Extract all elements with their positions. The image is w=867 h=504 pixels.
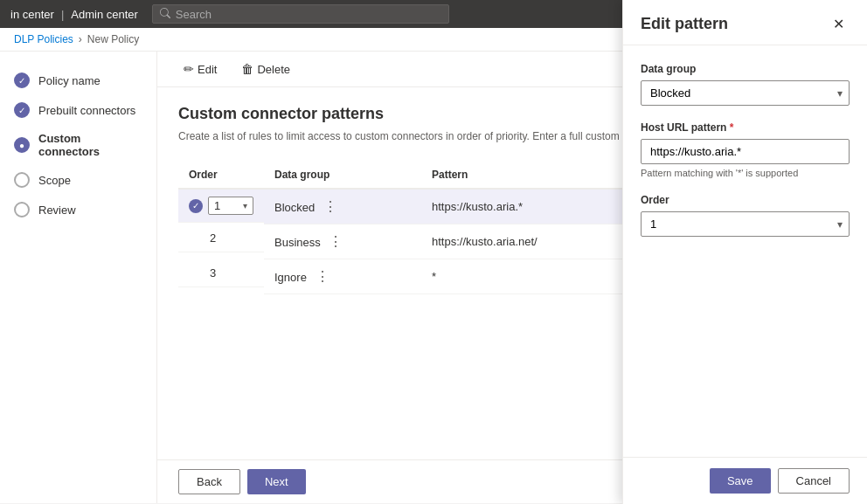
row-more-button[interactable]: ⋮ [310, 266, 335, 287]
host-url-hint: Pattern matching with '*' is supported [641, 168, 850, 178]
host-url-field: Host URL pattern * Pattern matching with… [641, 121, 850, 178]
required-indicator: * [730, 121, 734, 134]
order-label: Order [641, 194, 850, 206]
sidebar-icon-review [14, 202, 30, 217]
cancel-button[interactable]: Cancel [778, 468, 850, 494]
search-input[interactable] [176, 8, 441, 21]
data-group-select-wrapper: Blocked Business Ignore ▾ [641, 80, 850, 106]
row-order: 3 [210, 266, 216, 280]
col-order: Order [178, 162, 264, 189]
row-check-cell: 3 [178, 259, 264, 287]
panel-title: Edit pattern [641, 15, 728, 33]
host-url-label: Host URL pattern * [641, 121, 850, 134]
section-label: Admin center [71, 8, 138, 21]
search-icon [160, 8, 170, 21]
panel-close-button[interactable]: ✕ [828, 14, 850, 34]
order-field: Order 1 2 3 ▾ [641, 194, 850, 237]
save-button[interactable]: Save [710, 468, 771, 494]
order-select[interactable]: 1▾ [208, 197, 253, 215]
sidebar-item-scope[interactable]: Scope [0, 165, 156, 195]
back-button[interactable]: Back [178, 469, 240, 494]
sidebar-item-custom-connectors[interactable]: ●Custom connectors [0, 125, 156, 165]
row-data-group: Blocked ⋮ [264, 189, 421, 224]
row-check-cell: 2 [178, 224, 264, 252]
app-label: in center [10, 8, 54, 21]
edit-icon: ✏ [184, 62, 194, 76]
breadcrumb-current: New Policy [87, 33, 139, 45]
col-data-group: Data group [264, 162, 421, 189]
delete-button[interactable]: 🗑 Delete [236, 59, 295, 79]
data-group-label: Data group [641, 63, 850, 75]
sidebar-item-review[interactable]: Review [0, 195, 156, 224]
row-selected-icon: ✓ [189, 199, 203, 213]
sidebar-icon-custom-connectors: ● [14, 137, 30, 153]
next-button[interactable]: Next [247, 469, 306, 494]
host-url-input[interactable] [641, 139, 850, 164]
edit-button[interactable]: ✏ Edit [178, 59, 222, 79]
sidebar-icon-prebuilt-connectors: ✓ [14, 102, 30, 118]
breadcrumb-separator: › [79, 33, 82, 45]
row-more-button[interactable]: ⋮ [318, 197, 343, 217]
sidebar-label-scope: Scope [38, 174, 71, 187]
row-more-button[interactable]: ⋮ [323, 231, 348, 252]
sidebar-item-policy-name[interactable]: ✓Policy name [0, 66, 156, 95]
panel-body: Data group Blocked Business Ignore ▾ Hos… [623, 45, 867, 457]
data-group-select[interactable]: Blocked Business Ignore [641, 80, 850, 106]
row-order: 2 [210, 231, 216, 245]
order-select-wrapper: 1 2 3 ▾ [641, 211, 850, 237]
row-data-group: Ignore ⋮ [264, 259, 421, 294]
breadcrumb-parent[interactable]: DLP Policies [14, 33, 73, 45]
sidebar-icon-scope [14, 172, 30, 188]
delete-icon: 🗑 [241, 62, 253, 76]
nav-separator: | [61, 8, 64, 21]
order-select[interactable]: 1 2 3 [641, 211, 850, 237]
row-check-cell: ✓1▾ [178, 190, 264, 223]
edit-panel: Edit pattern ✕ Data group Blocked Busine… [622, 0, 867, 504]
panel-header: Edit pattern ✕ [623, 0, 867, 45]
sidebar-label-prebuilt-connectors: Prebuilt connectors [38, 104, 135, 117]
sidebar-label-review: Review [38, 204, 76, 217]
search-container [152, 4, 449, 24]
sidebar-item-prebuilt-connectors[interactable]: ✓Prebuilt connectors [0, 95, 156, 125]
sidebar-label-custom-connectors: Custom connectors [38, 132, 142, 158]
sidebar: ✓Policy name✓Prebuilt connectors●Custom … [0, 52, 157, 503]
sidebar-icon-policy-name: ✓ [14, 72, 30, 88]
row-data-group: Business ⋮ [264, 224, 421, 259]
data-group-field: Data group Blocked Business Ignore ▾ [641, 63, 850, 106]
sidebar-label-policy-name: Policy name [38, 74, 101, 87]
panel-footer: Save Cancel [623, 457, 867, 504]
